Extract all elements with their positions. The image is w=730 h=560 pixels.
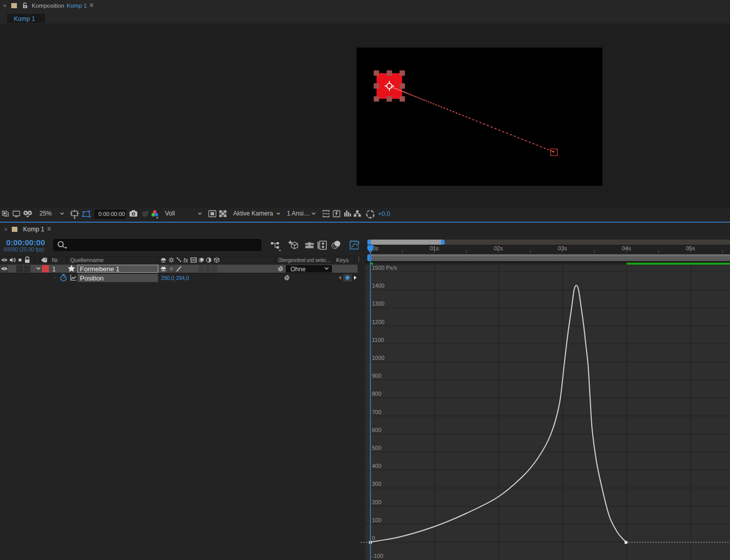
svg-text:500: 500 <box>372 445 381 451</box>
svg-text:Position: Position <box>80 274 103 282</box>
svg-text:400: 400 <box>372 463 381 469</box>
svg-text:-100: -100 <box>372 553 383 559</box>
svg-text:0:00:00:00: 0:00:00:00 <box>98 211 125 217</box>
svg-text:Ohne: Ohne <box>290 266 306 273</box>
svg-text:294,0: 294,0 <box>176 275 190 281</box>
svg-text:+0,0: +0,0 <box>378 210 390 218</box>
svg-text:Aktive Kamera: Aktive Kamera <box>233 210 273 217</box>
svg-text:Formebene 1: Formebene 1 <box>80 265 119 273</box>
svg-text:1000: 1000 <box>372 355 384 361</box>
svg-text:25%: 25% <box>39 210 52 217</box>
svg-text:Quellenname: Quellenname <box>70 257 103 263</box>
svg-text:Nr.: Nr. <box>52 257 59 263</box>
svg-text:200: 200 <box>372 499 381 505</box>
svg-text:,: , <box>174 276 176 282</box>
svg-text:600: 600 <box>372 427 381 433</box>
svg-text:1 Ansi…: 1 Ansi… <box>287 210 310 217</box>
svg-text:800: 800 <box>372 391 381 397</box>
svg-text:.: . <box>64 257 65 263</box>
svg-text:Voll: Voll <box>165 210 175 217</box>
svg-text:900: 900 <box>372 373 381 379</box>
svg-text:1100: 1100 <box>372 337 384 343</box>
svg-text:fx: fx <box>183 257 189 264</box>
svg-text:1400: 1400 <box>372 283 384 289</box>
svg-text:0: 0 <box>372 535 375 541</box>
svg-text:.: . <box>347 257 349 263</box>
svg-text:250,0: 250,0 <box>161 275 175 281</box>
svg-text:1500 Px/s: 1500 Px/s <box>372 265 397 271</box>
svg-text:1300: 1300 <box>372 300 384 307</box>
svg-text:300: 300 <box>372 481 381 487</box>
svg-text:1200: 1200 <box>372 319 384 325</box>
svg-text:1: 1 <box>52 266 56 273</box>
svg-text:700: 700 <box>372 409 381 415</box>
svg-text:Übergeordnet und verkn…: Übergeordnet und verkn… <box>278 257 330 263</box>
svg-text:100: 100 <box>372 517 381 523</box>
